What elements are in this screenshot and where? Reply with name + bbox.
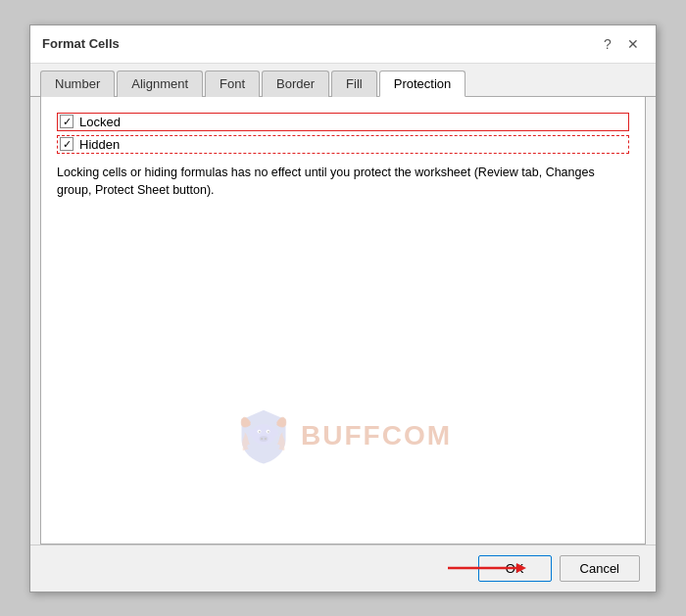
notice-text: Locking cells or hiding formulas has no … xyxy=(57,164,629,201)
watermark: BUFFCOM xyxy=(234,406,452,465)
title-bar-right: ? ✕ xyxy=(597,33,644,55)
svg-point-5 xyxy=(260,436,269,442)
buffcom-icon xyxy=(234,406,293,465)
watermark-text: BUFFCOM xyxy=(301,420,452,451)
svg-point-6 xyxy=(261,437,263,439)
svg-point-1 xyxy=(258,429,262,433)
tab-border[interactable]: Border xyxy=(262,71,329,97)
svg-point-4 xyxy=(268,430,270,432)
locked-checkbox[interactable] xyxy=(60,115,74,128)
dialog-title: Format Cells xyxy=(42,36,120,51)
tab-fill[interactable]: Fill xyxy=(331,71,377,97)
title-bar: Format Cells ? ✕ xyxy=(30,25,656,64)
tab-number[interactable]: Number xyxy=(40,71,115,97)
title-bar-left: Format Cells xyxy=(42,36,120,51)
cancel-button[interactable]: Cancel xyxy=(560,555,640,582)
svg-point-8 xyxy=(249,429,255,437)
svg-point-0 xyxy=(252,424,275,445)
svg-point-9 xyxy=(272,429,278,437)
svg-point-7 xyxy=(265,437,267,439)
arrow-icon xyxy=(448,558,526,578)
tab-font[interactable]: Font xyxy=(205,71,260,97)
protection-panel: Locked Hidden Locking cells or hiding fo… xyxy=(40,97,646,545)
svg-marker-11 xyxy=(516,563,526,573)
hidden-wrapper: Hidden xyxy=(57,135,629,154)
footer: OK Cancel xyxy=(30,545,656,592)
tab-protection[interactable]: Protection xyxy=(379,71,466,97)
checkbox-group: Locked Hidden xyxy=(57,113,629,154)
tab-alignment[interactable]: Alignment xyxy=(117,71,203,97)
locked-wrapper: Locked xyxy=(57,113,629,131)
format-cells-dialog: Format Cells ? ✕ Number Alignment Font B… xyxy=(29,24,657,592)
svg-point-2 xyxy=(267,429,270,433)
svg-point-3 xyxy=(259,430,261,432)
tab-bar: Number Alignment Font Border Fill Protec… xyxy=(30,64,656,97)
hidden-checkbox[interactable] xyxy=(60,137,74,151)
close-button[interactable]: ✕ xyxy=(622,33,644,55)
help-button[interactable]: ? xyxy=(597,33,618,55)
locked-label: Locked xyxy=(79,115,121,129)
arrow-area xyxy=(30,558,538,578)
hidden-label: Hidden xyxy=(79,137,120,152)
